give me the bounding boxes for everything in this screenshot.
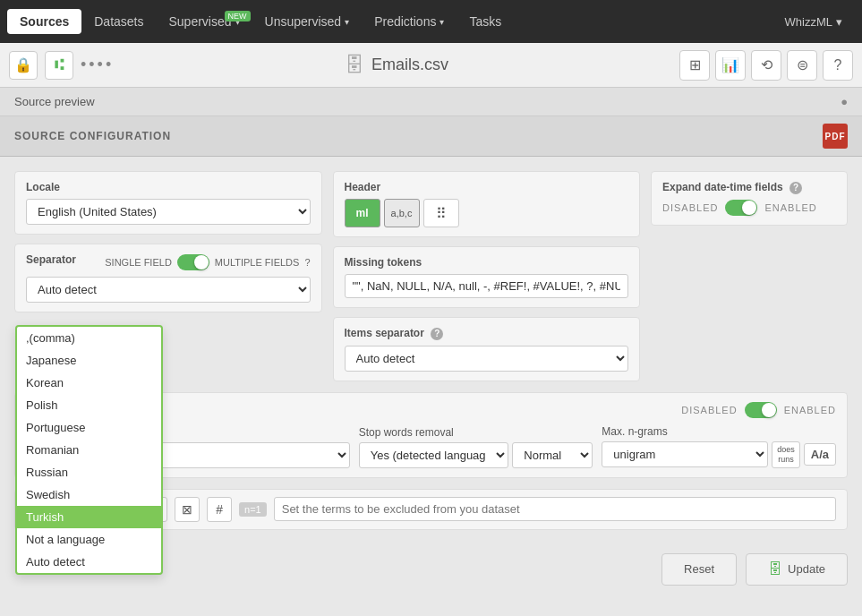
normal-select[interactable]: Normal bbox=[512, 442, 593, 468]
stop-words-select[interactable]: Yes (detected language) bbox=[359, 442, 509, 468]
expand-datetime-help-icon[interactable]: ? bbox=[789, 182, 802, 194]
update-label: Update bbox=[788, 562, 825, 576]
config-row-1: Locale English (United States) Separator… bbox=[14, 171, 848, 381]
dropdown-item-portuguese[interactable]: Portuguese bbox=[17, 416, 161, 439]
update-icon: 🗄 bbox=[768, 561, 782, 578]
text-toggle-knob bbox=[762, 403, 776, 417]
dropdown-item-polish[interactable]: Polish bbox=[17, 394, 161, 416]
dropdown-item-korean[interactable]: Korean bbox=[17, 372, 161, 394]
locale-label: Locale bbox=[26, 181, 311, 193]
expand-datetime-knob bbox=[742, 201, 756, 215]
config-right: Expand date-time fields ? DISABLED ENABL… bbox=[651, 171, 848, 381]
file-name: Emails.csv bbox=[371, 56, 448, 74]
filter-icon-3[interactable]: ⊠ bbox=[175, 497, 200, 522]
dataset-icon[interactable]: ⊞ bbox=[679, 50, 710, 81]
separator-dropdown: ,(comma) Japanese Korean Polish Portugue… bbox=[15, 325, 163, 575]
fork-icon[interactable]: ⑆ bbox=[45, 51, 73, 80]
config-left: Locale English (United States) Separator… bbox=[14, 171, 322, 381]
top-nav: Sources Datasets Supervised ▾ NEW Unsupe… bbox=[0, 0, 862, 43]
source-preview-label: Source preview bbox=[14, 95, 95, 108]
supervised-badge: NEW bbox=[225, 11, 251, 21]
help-icon[interactable]: ? bbox=[823, 50, 853, 81]
does-runs-button[interactable]: doesruns bbox=[772, 441, 800, 468]
nav-unsupervised[interactable]: Unsupervised ▾ bbox=[252, 9, 363, 34]
dropdown-item-auto-detect[interactable]: Auto detect bbox=[17, 551, 161, 573]
separator-label: Separator bbox=[26, 253, 76, 266]
nav-whizzml[interactable]: WhizzML ▾ bbox=[772, 10, 855, 34]
header-abc-btn[interactable]: a,b,c bbox=[384, 199, 420, 227]
update-button[interactable]: 🗄 Update bbox=[746, 553, 848, 586]
lock-icon[interactable]: 🔒 bbox=[9, 51, 38, 80]
text-disabled-label: DISABLED bbox=[681, 405, 737, 415]
header-ml-btn[interactable]: ml bbox=[345, 199, 380, 227]
stop-words-field: Stop words removal Yes (detected languag… bbox=[359, 426, 593, 468]
separator-toggle-track[interactable] bbox=[177, 254, 209, 270]
expand-disabled-label: DISABLED bbox=[662, 202, 718, 213]
expand-enabled-label: ENABLED bbox=[764, 202, 816, 213]
nav-datasets[interactable]: Datasets bbox=[81, 9, 156, 34]
locale-group: Locale English (United States) bbox=[14, 171, 322, 235]
max-ngrams-select[interactable]: unigram bbox=[602, 441, 768, 467]
separator-toggle-knob bbox=[194, 255, 209, 270]
pdf-button[interactable]: PDF bbox=[823, 124, 848, 149]
items-separator-label: Items separator ? bbox=[345, 327, 629, 340]
multiple-fields-label: MULTIPLE FIELDS bbox=[215, 257, 300, 268]
transform-icon[interactable]: ⟲ bbox=[751, 50, 781, 81]
header-label: Header bbox=[345, 181, 629, 193]
text-toggle-section: DISABLED ENABLED bbox=[681, 402, 836, 418]
merge-icon[interactable]: ⊜ bbox=[787, 50, 817, 81]
separator-toggle: SINGLE FIELD MULTIPLE FIELDS ? bbox=[105, 254, 310, 270]
collapse-icon[interactable]: ● bbox=[841, 95, 848, 108]
dropdown-item-japanese[interactable]: Japanese bbox=[17, 349, 161, 372]
aa-button[interactable]: A/a bbox=[804, 443, 836, 466]
header-grid-btn[interactable]: ⠿ bbox=[423, 199, 459, 227]
dropdown-item-russian[interactable]: Russian bbox=[17, 461, 161, 483]
nav-sources[interactable]: Sources bbox=[7, 9, 81, 34]
header-icons: ml a,b,c ⠿ bbox=[345, 199, 629, 227]
separator-header: Separator SINGLE FIELD MULTIPLE FIELDS ? bbox=[26, 253, 311, 271]
toolbar: 🔒 ⑆ •••• 🗄 Emails.csv ⊞ 📊 ⟲ ⊜ ? bbox=[0, 43, 862, 88]
dropdown-item-swedish[interactable]: Swedish bbox=[17, 483, 161, 506]
dots-icon[interactable]: •••• bbox=[81, 56, 114, 74]
config-mid: Header ml a,b,c ⠿ Missing tokens Items s… bbox=[333, 171, 641, 381]
filter-icon-4[interactable]: # bbox=[207, 497, 232, 522]
header-group: Header ml a,b,c ⠿ bbox=[333, 171, 641, 237]
expand-datetime-toggle-section: DISABLED ENABLED bbox=[662, 200, 836, 216]
dropdown-item-turkish[interactable]: Turkish bbox=[17, 506, 161, 528]
config-header: SOURCE CONFIGURATION PDF bbox=[0, 116, 862, 157]
text-enabled-label: ENABLED bbox=[784, 405, 836, 415]
reset-button[interactable]: Reset bbox=[661, 553, 737, 586]
file-icon: 🗄 bbox=[345, 54, 364, 77]
dropdown-item-comma[interactable]: ,(comma) bbox=[17, 327, 161, 349]
missing-tokens-input[interactable] bbox=[345, 274, 629, 298]
source-preview-header: Source preview ● bbox=[0, 88, 862, 116]
n1-badge: n=1 bbox=[239, 502, 267, 517]
unsupervised-caret: ▾ bbox=[345, 17, 349, 27]
separator-select[interactable]: Auto detect bbox=[26, 277, 311, 303]
config-header-label: SOURCE CONFIGURATION bbox=[14, 130, 171, 142]
separator-group: Separator SINGLE FIELD MULTIPLE FIELDS ?… bbox=[14, 244, 322, 312]
chart-icon[interactable]: 📊 bbox=[715, 50, 746, 81]
expand-datetime-toggle[interactable] bbox=[725, 200, 757, 216]
nav-predictions[interactable]: Predictions ▾ bbox=[362, 9, 457, 34]
dropdown-item-not-language[interactable]: Not a language bbox=[17, 528, 161, 551]
max-ngrams-label: Max. n-grams bbox=[602, 425, 836, 438]
toolbar-title: 🗄 Emails.csv bbox=[121, 54, 672, 77]
stop-words-label: Stop words removal bbox=[359, 426, 593, 439]
nav-supervised[interactable]: Supervised ▾ NEW bbox=[157, 9, 252, 34]
toolbar-right: ⊞ 📊 ⟲ ⊜ ? bbox=[679, 50, 853, 81]
items-separator-select[interactable]: Auto detect bbox=[345, 346, 629, 372]
nav-tasks[interactable]: Tasks bbox=[457, 9, 514, 34]
locale-select[interactable]: English (United States) bbox=[26, 199, 311, 225]
items-separator-help-icon[interactable]: ? bbox=[431, 328, 443, 340]
missing-tokens-group: Missing tokens bbox=[333, 246, 641, 308]
separator-help-icon[interactable]: ? bbox=[304, 257, 310, 268]
single-field-label: SINGLE FIELD bbox=[105, 257, 172, 268]
text-toggle[interactable] bbox=[745, 402, 777, 418]
dropdown-item-romanian[interactable]: Romanian bbox=[17, 439, 161, 461]
missing-tokens-label: Missing tokens bbox=[345, 256, 629, 269]
main-content: Locale English (United States) Separator… bbox=[0, 157, 862, 544]
filter-terms-input[interactable] bbox=[274, 497, 836, 521]
whizzml-caret: ▾ bbox=[836, 15, 842, 29]
expand-datetime-label: Expand date-time fields ? bbox=[662, 181, 836, 194]
